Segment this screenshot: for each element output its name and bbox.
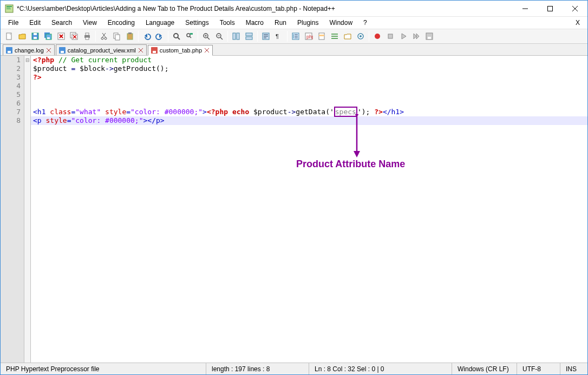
editor[interactable]: 1 2 3 4 5 6 7 8 ⊟ <?php // Get current p…: [1, 56, 587, 363]
wordwrap-icon[interactable]: [260, 30, 272, 42]
svg-rect-63: [331, 34, 338, 35]
doc-map-icon[interactable]: [316, 30, 328, 42]
tab-catalog-product-view[interactable]: catalog_product_view.xml: [56, 44, 147, 55]
menu-view[interactable]: View: [77, 18, 102, 28]
code-line: <h1 class="what" style="color: #000000;"…: [31, 108, 587, 116]
svg-rect-65: [331, 38, 338, 39]
tab-change-log[interactable]: change.log: [3, 44, 55, 55]
print-icon[interactable]: [81, 30, 93, 42]
paste-icon[interactable]: [124, 30, 136, 42]
menu-plugins[interactable]: Plugins: [292, 18, 324, 28]
maximize-button[interactable]: [538, 1, 563, 17]
save-icon[interactable]: [29, 30, 41, 42]
zoom-in-icon[interactable]: [200, 30, 212, 42]
svg-text:php: php: [306, 34, 313, 40]
code-line: <?php // Get current product: [31, 56, 587, 64]
lang-icon[interactable]: php: [303, 30, 315, 42]
line-number: 4: [1, 82, 24, 90]
status-eol[interactable]: Windows (CR LF): [452, 363, 517, 374]
menu-edit[interactable]: Edit: [24, 18, 46, 28]
menu-window[interactable]: Window: [324, 18, 358, 28]
menu-encoding[interactable]: Encoding: [102, 18, 140, 28]
replace-icon[interactable]: [184, 30, 195, 42]
tab-close-icon[interactable]: [46, 48, 51, 53]
fold-toggle-icon[interactable]: ⊟: [24, 56, 30, 64]
copy-icon[interactable]: [111, 30, 123, 42]
svg-marker-88: [354, 151, 360, 157]
line-number: 1: [1, 56, 24, 64]
svg-rect-31: [115, 35, 120, 40]
new-file-icon[interactable]: [3, 30, 15, 42]
undo-icon[interactable]: [141, 30, 153, 42]
status-insert-mode[interactable]: INS: [560, 363, 587, 374]
titlebar: *C:\Users\amber\Desktop\Articles\Adding …: [1, 1, 587, 17]
redo-icon[interactable]: [154, 30, 166, 42]
menu-search[interactable]: Search: [46, 18, 77, 28]
line-number: 7: [1, 108, 24, 116]
open-file-icon[interactable]: [16, 30, 28, 42]
menu-tools[interactable]: Tools: [214, 18, 240, 28]
zoom-out-icon[interactable]: [213, 30, 225, 42]
close-all-icon[interactable]: [68, 30, 80, 42]
disk-icon: [6, 47, 12, 54]
menu-help[interactable]: ?: [358, 18, 373, 28]
svg-rect-50: [246, 33, 252, 36]
monitoring-icon[interactable]: [355, 30, 367, 42]
stop-icon[interactable]: [384, 30, 396, 42]
menubar: File Edit Search View Encoding Language …: [1, 17, 587, 29]
status-length: length : 197 lines : 8: [206, 363, 309, 374]
close-icon[interactable]: [55, 30, 67, 42]
menu-run[interactable]: Run: [269, 18, 292, 28]
svg-rect-1: [6, 6, 12, 7]
play-icon[interactable]: [397, 30, 409, 42]
toolbar: ¶ php: [1, 29, 587, 44]
svg-rect-69: [388, 34, 393, 38]
sync-h-icon[interactable]: [243, 30, 255, 42]
record-icon[interactable]: [371, 30, 383, 42]
svg-point-26: [101, 37, 103, 40]
tab-close-icon[interactable]: [138, 48, 143, 53]
menu-language[interactable]: Language: [140, 18, 180, 28]
menu-macro[interactable]: Macro: [240, 18, 269, 28]
tab-custom-tab-php[interactable]: custom_tab.php: [148, 45, 213, 56]
menu-file[interactable]: File: [3, 18, 24, 28]
tab-close-icon[interactable]: [204, 48, 210, 53]
find-icon[interactable]: [171, 30, 182, 42]
close-button[interactable]: [563, 1, 587, 17]
sync-v-icon[interactable]: [230, 30, 242, 42]
status-encoding[interactable]: UTF-8: [517, 363, 560, 374]
play-multi-icon[interactable]: [410, 30, 422, 42]
save-all-icon[interactable]: [42, 30, 54, 42]
annotation-arrow-icon: [351, 114, 362, 157]
cut-icon[interactable]: [98, 30, 110, 42]
svg-rect-64: [331, 36, 338, 37]
code-area[interactable]: <?php // Get current product $product = …: [31, 56, 587, 363]
all-chars-icon[interactable]: ¶: [273, 30, 285, 42]
svg-rect-5: [548, 6, 553, 11]
svg-point-68: [375, 34, 380, 39]
tab-label: custom_tab.php: [160, 47, 202, 54]
svg-marker-71: [414, 34, 416, 39]
line-number: 3: [1, 73, 24, 82]
svg-point-36: [174, 34, 178, 38]
window-title: *C:\Users\amber\Desktop\Articles\Adding …: [17, 5, 513, 12]
svg-rect-48: [233, 33, 236, 40]
indent-guide-icon[interactable]: [290, 30, 302, 42]
func-list-icon[interactable]: [329, 30, 341, 42]
code-line: [31, 99, 587, 108]
line-number-gutter: 1 2 3 4 5 6 7 8: [1, 56, 24, 363]
tab-label: change.log: [15, 47, 44, 54]
save-macro-icon[interactable]: [423, 30, 435, 42]
svg-rect-25: [86, 37, 89, 40]
line-number: 8: [1, 116, 24, 125]
status-position: Ln : 8 Col : 32 Sel : 0 | 0: [309, 363, 452, 374]
code-line: [31, 90, 587, 99]
svg-rect-15: [47, 37, 50, 39]
svg-rect-49: [237, 33, 239, 40]
folder-as-workspace-icon[interactable]: [342, 30, 354, 42]
minimize-button[interactable]: [513, 1, 538, 17]
menu-extra-x[interactable]: X: [570, 18, 585, 28]
code-line: $product = $block->getProduct();: [31, 64, 587, 73]
menu-settings[interactable]: Settings: [180, 18, 214, 28]
svg-rect-11: [34, 37, 37, 39]
